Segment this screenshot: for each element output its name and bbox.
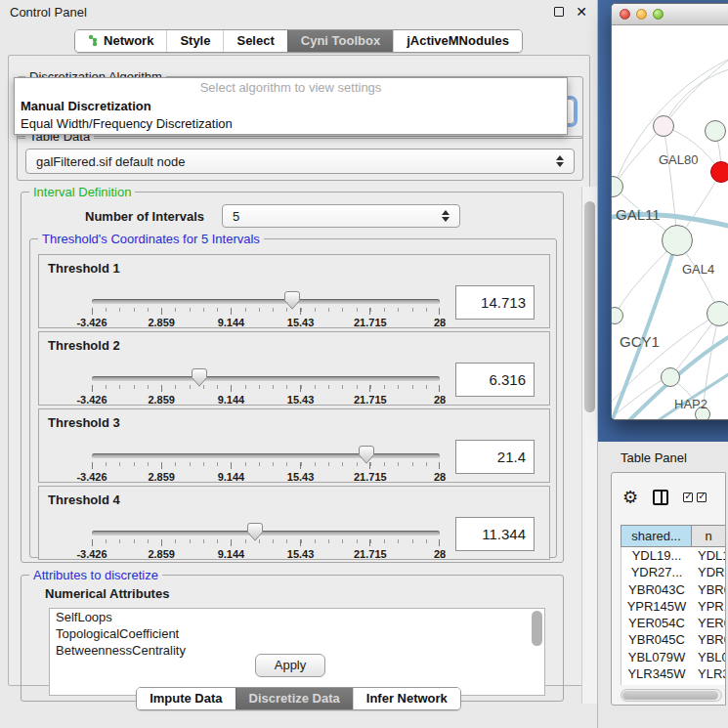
num-intervals-value: 5 [233, 209, 239, 224]
network-view-window[interactable]: GAL80 GA C GAL11 GAL4 GCY1 H HAP2 [611, 3, 728, 420]
table-horizontal-scrollbar[interactable] [621, 689, 722, 702]
threshold-3-panel: Threshold 3 -3.4262.859 9.14415.43 [38, 408, 550, 483]
window-minimize-icon[interactable] [636, 9, 647, 20]
table-row[interactable]: YBL079WYBL0 [621, 649, 725, 665]
gear-icon[interactable]: ⚙ [622, 489, 638, 506]
threshold-2-panel: Threshold 2 -3.4262.859 9.14415.43 [38, 331, 550, 406]
attributes-group: Attributes to discretize Numerical Attri… [21, 575, 564, 702]
tab-cyni-toolbox[interactable]: Cyni Toolbox [287, 30, 393, 52]
tab-discretize-data[interactable]: Discretize Data [236, 688, 353, 709]
table-header-row: shared... n [621, 525, 725, 547]
node-gal80[interactable] [653, 115, 674, 137]
threshold-2-slider[interactable]: -3.4262.859 9.14415.43 21.71528 [92, 367, 440, 407]
table-rows: YDL19...YDL1 YDR27...YDR2 YBR043CYBR0 YP… [621, 547, 725, 685]
node-attribute-table: shared... n YDL19...YDL1 YDR27...YDR2 YB… [621, 525, 725, 685]
tab-network[interactable]: Network [75, 30, 166, 52]
node-label: GAL80 [659, 152, 698, 167]
slider-track[interactable] [92, 531, 440, 535]
group-title: Threshold's Coordinates for 5 Intervals [38, 232, 264, 246]
dropdown-option-manual[interactable]: Manual Discretization [15, 98, 567, 115]
slider-track[interactable] [92, 376, 440, 381]
table-row[interactable]: YIL052CYIL0 [621, 682, 725, 685]
split-columns-icon[interactable] [653, 490, 668, 505]
table-panel-title: Table Panel [621, 450, 687, 465]
desktop-background: GAL80 GA C GAL11 GAL4 GCY1 H HAP2 Table … [598, 0, 728, 728]
column-header-shared-name[interactable]: shared... [621, 526, 692, 546]
table-row[interactable]: YLR345WYLR3 [621, 665, 725, 682]
network-icon [88, 34, 99, 47]
node-h[interactable] [707, 301, 728, 326]
interval-definition-group: Interval Definition Number of Intervals … [21, 192, 564, 563]
threshold-1-panel: Threshold 1 -3.4262.859 9.14415.43 [38, 254, 550, 328]
threshold-4-slider[interactable]: -3.4262.859 9.14415.43 21.71528 [92, 522, 440, 561]
num-intervals-combobox[interactable]: 5 [222, 204, 460, 228]
threshold-1-slider[interactable]: -3.4262.859 9.14415.43 21.71528 [92, 290, 440, 329]
tab-style[interactable]: Style [166, 30, 223, 52]
checkbox-icon[interactable] [697, 492, 707, 502]
node-label: GAL4 [682, 262, 714, 277]
table-row[interactable]: YER054CYER0 [621, 615, 725, 631]
network-window-titlebar[interactable] [612, 4, 728, 25]
threshold-4-value-field[interactable]: 11.344 [455, 517, 535, 551]
table-row[interactable]: YDR27...YDR2 [621, 564, 725, 580]
threshold-label: Threshold 1 [48, 261, 120, 276]
scrollbar-thumb[interactable] [584, 201, 595, 412]
table-row[interactable]: YBR043CYBR0 [621, 581, 725, 598]
control-panel-titlebar: Control Panel ✕ [0, 0, 597, 23]
table-row[interactable]: YPR145WYPR1 [621, 598, 725, 615]
node-label: GCY1 [620, 333, 660, 350]
node-gal4[interactable] [662, 225, 693, 256]
threshold-label: Threshold 4 [48, 492, 120, 507]
list-scrollbar[interactable] [532, 611, 542, 646]
list-item[interactable]: SelfLoops [50, 609, 544, 625]
threshold-2-value-field[interactable]: 6.316 [455, 363, 535, 397]
node-red[interactable] [710, 161, 728, 183]
thresholds-group: Threshold's Coordinates for 5 Intervals … [29, 238, 557, 558]
table-data-combobox[interactable]: galFiltered.sif default node [25, 149, 575, 174]
network-edges [612, 25, 728, 420]
dropdown-option-equal-width[interactable]: Equal Width/Frequency Discretization [15, 115, 567, 133]
threshold-4-panel: Threshold 4 -3.4262.859 9.14415.43 [38, 486, 550, 560]
tab-select[interactable]: Select [223, 30, 286, 52]
threshold-3-slider[interactable]: -3.4262.859 9.14415.43 21.71528 [92, 445, 440, 484]
tab-jactivemnodules[interactable]: jActiveMNodules [393, 30, 522, 52]
node-unlabeled[interactable] [705, 120, 726, 142]
apply-button[interactable]: Apply [255, 654, 325, 677]
settings-scroll-viewport: Interval Definition Number of Intervals … [17, 187, 583, 704]
settings-scrollbar[interactable] [581, 187, 597, 704]
float-window-icon[interactable] [554, 7, 564, 17]
algorithm-dropdown-popup: Select algorithm to view settings Manual… [14, 77, 568, 135]
slider-track[interactable] [92, 453, 440, 458]
scrollbar-thumb[interactable] [622, 691, 718, 700]
num-intervals-label: Number of Intervals [85, 209, 204, 224]
table-row[interactable]: YBR045CYBR0 [621, 631, 725, 648]
numerical-attributes-list[interactable]: SelfLoops TopologicalCoefficient Between… [49, 608, 545, 696]
node-hap2[interactable] [661, 367, 680, 387]
slider-track[interactable] [92, 299, 440, 304]
threshold-1-value-field[interactable]: 14.713 [455, 285, 535, 320]
slider-scale-labels: -3.4262.859 9.14415.43 21.71528 [92, 548, 440, 560]
slider-scale-labels: -3.4262.859 9.14415.43 21.71528 [92, 394, 440, 406]
tab-impute-data[interactable]: Impute Data [137, 688, 235, 709]
close-icon[interactable]: ✕ [576, 7, 587, 17]
slider-scale-labels: -3.4262.859 9.14415.43 21.71528 [92, 471, 440, 483]
table-panel: Table Panel ⚙ shared... n YDL19...YDL1 Y… [598, 442, 728, 728]
window-zoom-icon[interactable] [653, 9, 664, 20]
checkbox-icon[interactable] [683, 492, 693, 502]
node-label: HAP2 [674, 397, 707, 411]
table-data-value: galFiltered.sif default node [36, 154, 185, 169]
column-header-name[interactable]: n [692, 526, 725, 546]
network-canvas[interactable]: GAL80 GA C GAL11 GAL4 GCY1 H HAP2 [612, 25, 728, 420]
table-panel-body: ⚙ shared... n YDL19...YDL1 YDR27...YDR2 … [611, 472, 726, 706]
bottom-tab-bar: Impute Data Discretize Data Infer Networ… [0, 687, 597, 710]
group-title: Attributes to discretize [29, 568, 162, 582]
node-label: GAL11 [616, 206, 661, 223]
window-close-icon[interactable] [620, 9, 630, 20]
numerical-attributes-label: Numerical Attributes [45, 586, 169, 601]
list-item[interactable]: TopologicalCoefficient [50, 625, 544, 642]
threshold-3-value-field[interactable]: 21.4 [455, 440, 535, 474]
tab-infer-network[interactable]: Infer Network [353, 688, 460, 709]
dropdown-hint: Select algorithm to view settings [15, 78, 567, 98]
table-toolbar: ⚙ [612, 479, 707, 516]
table-row[interactable]: YDL19...YDL1 [621, 547, 725, 564]
